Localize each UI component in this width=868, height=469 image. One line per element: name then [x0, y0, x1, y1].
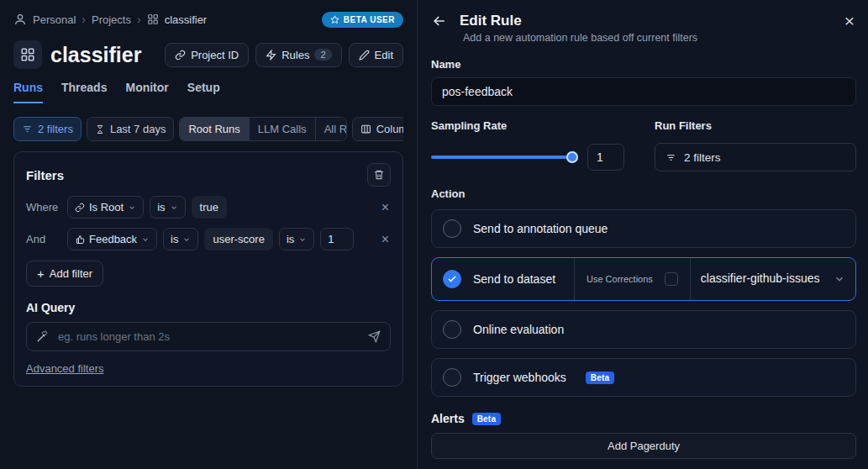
run-filters-value: 2 filters [684, 151, 721, 164]
user-avatar-icon [13, 13, 27, 26]
grid-icon [147, 13, 159, 25]
operator-select-2[interactable]: is [279, 228, 314, 250]
project-panel: Personal › Projects › classifier BETA US… [0, 0, 418, 469]
clear-filters-button[interactable] [367, 163, 391, 187]
app: Personal › Projects › classifier BETA US… [0, 0, 868, 469]
trash-icon [373, 169, 385, 181]
ai-query-input[interactable] [56, 329, 360, 344]
beta-badge: Beta [472, 413, 501, 425]
filters-panel-header: Filters [26, 163, 391, 187]
dataset-select[interactable]: classifier-github-issues [690, 258, 848, 300]
segment-llm-calls[interactable]: LLM Calls [250, 118, 316, 140]
add-filter-button[interactable]: + Add filter [26, 261, 103, 287]
option-label: Trigger webhooks [473, 371, 566, 384]
rules-button[interactable]: Rules 2 [255, 43, 341, 67]
run-filters-label: Run Filters [655, 119, 856, 132]
star-icon [330, 15, 339, 24]
feedback-key-chip[interactable]: user-score [204, 228, 272, 250]
dataset-value: classifier-github-issues [701, 271, 829, 287]
run-filters-button[interactable]: 2 filters [655, 143, 856, 171]
link-icon [175, 50, 186, 61]
use-corrections-label: Use Corrections [587, 274, 653, 284]
ai-query-label: AI Query [26, 301, 391, 314]
columns-label: Columns [376, 123, 403, 135]
breadcrumb-classifier[interactable]: classifier [165, 13, 208, 26]
edit-label: Edit [375, 49, 393, 61]
run-filters-column: Run Filters 2 filters [655, 119, 856, 171]
send-icon[interactable] [368, 330, 381, 343]
breadcrumb-personal[interactable]: Personal [33, 13, 76, 26]
action-option-trigger-webhooks[interactable]: Trigger webhooks Beta [431, 358, 856, 397]
edit-button[interactable]: Edit [349, 43, 403, 67]
back-arrow-icon[interactable] [431, 13, 448, 29]
tab-monitor[interactable]: Monitor [125, 81, 168, 103]
project-grid-icon [13, 40, 42, 69]
action-option-annotation-queue[interactable]: Send to annotation queue [431, 209, 856, 248]
columns-icon [360, 124, 371, 134]
link-icon [75, 203, 85, 213]
action-label: Action [431, 187, 856, 200]
beta-badge: Beta [586, 372, 614, 384]
chevron-right-icon: › [137, 13, 141, 26]
tab-setup[interactable]: Setup [187, 81, 220, 103]
run-type-segment: Root Runs LLM Calls All R [179, 117, 346, 141]
radio-selected[interactable] [443, 270, 461, 288]
operator-label: is [171, 233, 178, 245]
filter-row-1: Where Is Root is true × [26, 196, 391, 219]
filter-row-2: And Feedback is user-score [26, 228, 391, 250]
drawer-title: Edit Rule [460, 13, 522, 29]
tab-bar: Runs Threads Monitor Setup [13, 81, 403, 103]
remove-filter-icon[interactable]: × [380, 199, 391, 216]
conjunction-label: And [26, 233, 61, 245]
radio-unselected[interactable] [443, 320, 461, 339]
close-icon[interactable]: × [843, 12, 856, 29]
hourglass-icon [95, 124, 105, 134]
operator-select[interactable]: is [150, 196, 185, 219]
rules-count-badge: 2 [314, 49, 331, 61]
project-id-button[interactable]: Project ID [165, 43, 249, 67]
field-select[interactable]: Feedback [67, 228, 157, 250]
project-actions: Project ID Rules 2 Edit [165, 43, 403, 67]
ai-query-box [26, 322, 391, 351]
drawer-subtitle: Add a new automation rule based off curr… [463, 32, 856, 44]
filters-title: Filters [26, 168, 64, 182]
tab-threads[interactable]: Threads [61, 81, 107, 103]
add-pagerduty-button[interactable]: Add Pagerduty [431, 433, 856, 459]
segment-all-runs[interactable]: All R [316, 118, 346, 140]
use-corrections-checkbox[interactable] [665, 272, 678, 286]
action-option-online-evaluation[interactable]: Online evaluation [431, 310, 856, 349]
chevron-down-icon [834, 273, 845, 285]
pencil-icon [359, 50, 370, 61]
remove-filter-icon[interactable]: × [380, 231, 391, 248]
field-label: Feedback [89, 233, 137, 245]
segment-root-runs[interactable]: Root Runs [180, 118, 249, 140]
field-select[interactable]: Is Root [67, 196, 144, 219]
action-option-send-to-dataset[interactable]: Send to dataset Use Corrections classifi… [431, 257, 856, 301]
breadcrumb-projects[interactable]: Projects [92, 13, 131, 26]
filter-value-input[interactable]: 1 [320, 228, 354, 250]
filter-icon [665, 152, 676, 163]
rule-name-input[interactable] [431, 77, 856, 106]
filter-value-chip[interactable]: true [192, 196, 227, 219]
filters-count-label: 2 filters [38, 123, 73, 135]
sampling-controls: 1 [431, 144, 634, 171]
radio-unselected[interactable] [443, 219, 461, 238]
filters-button[interactable]: 2 filters [13, 117, 82, 141]
name-label: Name [431, 58, 856, 71]
filter-icon [22, 124, 33, 134]
alerts-section-label: Alerts Beta [431, 412, 856, 425]
edit-rule-drawer: Edit Rule × Add a new automation rule ba… [418, 0, 868, 469]
sampling-rate-slider[interactable] [431, 155, 576, 159]
chevron-down-icon [182, 235, 191, 244]
operator-select[interactable]: is [163, 228, 198, 250]
advanced-filters-link[interactable]: Advanced filters [26, 362, 104, 375]
columns-button[interactable]: Columns [352, 117, 403, 141]
radio-unselected[interactable] [443, 368, 461, 387]
beta-user-badge: BETA USER [322, 12, 403, 28]
date-range-label: Last 7 days [110, 123, 166, 135]
sampling-rate-value[interactable]: 1 [587, 144, 624, 171]
slider-knob[interactable] [566, 151, 578, 163]
tab-runs[interactable]: Runs [13, 81, 43, 103]
chevron-down-icon [141, 235, 150, 244]
date-range-button[interactable]: Last 7 days [87, 117, 175, 141]
